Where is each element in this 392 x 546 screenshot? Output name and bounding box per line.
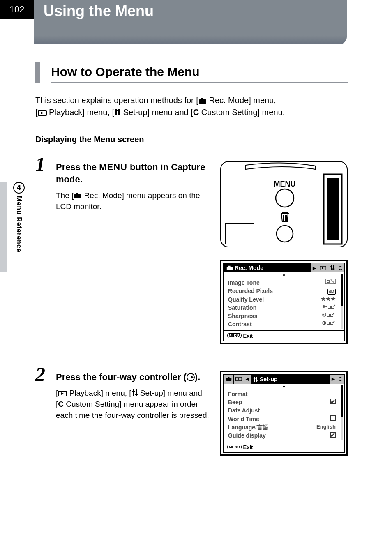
menu-row-date-adjust: Date Adjust (228, 406, 340, 415)
exit-label: Exit (243, 444, 253, 450)
svg-rect-25 (332, 269, 334, 270)
menu-row-language: Language/言語English (228, 423, 340, 431)
section-heading: How to Operate the Menu (35, 62, 348, 83)
svg-rect-57 (254, 378, 256, 378)
lcd-nav-left-icon: ◀ (244, 375, 251, 384)
chapter-title: Using the Menu (34, 0, 347, 44)
svg-rect-22 (331, 265, 332, 270)
svg-point-16 (277, 226, 293, 242)
menu-row-world-time: World Time (228, 415, 340, 423)
svg-line-33 (333, 305, 335, 306)
side-tab: 4 Menu Reference (12, 182, 25, 253)
svg-rect-23 (333, 265, 334, 270)
intro-paragraph: This section explains operation methods … (35, 94, 348, 118)
svg-rect-11 (327, 178, 339, 240)
lcd-rec-mode-screen: Rec. Mode ▶ C ▼ Image Tone Re (220, 260, 348, 344)
menu-row-format: Format (228, 390, 340, 398)
lcd-nav-right-icon: ▶ (330, 375, 337, 384)
heading-accent-bar (35, 62, 40, 83)
svg-rect-52 (228, 377, 229, 378)
svg-line-42 (332, 321, 334, 323)
svg-rect-24 (330, 266, 332, 267)
menu-button-label: MENU (274, 180, 296, 188)
svg-rect-0 (199, 99, 206, 104)
lcd-tab-playback-icon (234, 375, 244, 384)
lcd-scrollbar-thumb (341, 385, 343, 417)
lcd-tab-bar: ◀ Set-up ▶ C (224, 375, 344, 384)
checkbox-unchecked-icon (330, 415, 336, 421)
lcd-tab-setup: Set-up (251, 375, 330, 384)
menu-row-contrast: Contrast (228, 320, 340, 328)
four-way-right-icon (187, 373, 195, 382)
svg-rect-50 (135, 394, 138, 395)
svg-marker-46 (61, 392, 64, 395)
lcd-tab-custom: C (337, 263, 344, 272)
svg-text:S: S (323, 313, 325, 317)
playback-icon (38, 110, 47, 116)
lcd-footer: MENU Exit (224, 442, 344, 452)
exit-label: Exit (243, 333, 253, 339)
subsection-label: Displaying the Menu screen (35, 135, 348, 144)
step-2: 2 Press the four-way controller (). [ Pl… (35, 365, 348, 456)
svg-rect-17 (225, 223, 254, 244)
menu-button-pill-icon: MENU (227, 445, 242, 449)
menu-row-quality-level: Quality Level★★★ (228, 295, 340, 304)
svg-rect-58 (256, 380, 258, 380)
svg-rect-49 (132, 391, 135, 392)
svg-rect-5 (118, 109, 120, 115)
svg-marker-3 (41, 112, 44, 114)
step-2-title: Press the four-way controller (). (56, 371, 212, 383)
menu-button-pill-icon: MENU (227, 333, 242, 338)
step-2-description: [ Playback] menu, [ Set-up] menu and [C … (56, 388, 212, 421)
svg-rect-41 (329, 322, 331, 325)
step-1-title: Press the MENU button in Capture mode. (56, 161, 212, 185)
svg-rect-9 (76, 193, 78, 195)
svg-rect-19 (228, 266, 231, 267)
svg-rect-18 (227, 267, 233, 270)
menu-row-sharpness: SharpnessS (228, 312, 340, 320)
svg-marker-21 (322, 267, 323, 269)
checkbox-checked-icon (330, 399, 336, 404)
lcd-nav-right-icon: ▶ (311, 263, 318, 272)
lcd-setup-screen: ◀ Set-up ▶ C ▼ Format (220, 371, 348, 456)
chapter-number-badge: 4 (13, 182, 25, 194)
svg-rect-6 (115, 110, 118, 111)
svg-rect-37 (329, 314, 331, 317)
camera-illustration: MENU (220, 161, 348, 247)
svg-rect-48 (136, 389, 137, 396)
lcd-tab-custom: C (337, 375, 344, 384)
svg-rect-32 (330, 306, 332, 309)
menu-row-saturation: Saturation (228, 304, 340, 312)
page-number: 102 (0, 0, 34, 19)
step-number: 1 (35, 155, 56, 344)
custom-mode-letter: C (58, 400, 64, 408)
svg-rect-7 (118, 113, 120, 114)
svg-rect-55 (254, 377, 255, 382)
sharpness-slider-icon: S (322, 312, 336, 317)
lcd-scrollbar-thumb (341, 274, 343, 306)
step-number: 2 (35, 365, 56, 456)
pixels-value-badge: 6M (327, 289, 336, 295)
svg-point-30 (325, 306, 327, 307)
setup-icon (131, 389, 138, 396)
image-tone-icon (325, 279, 336, 284)
svg-rect-8 (74, 194, 81, 198)
svg-rect-1 (201, 98, 203, 100)
step-1: 1 Press the MENU button in Capture mode.… (35, 155, 348, 344)
scroll-down-indicator-icon: ▼ (228, 273, 340, 278)
svg-point-27 (327, 280, 330, 283)
setup-icon (253, 376, 258, 382)
contrast-slider-icon (322, 320, 336, 325)
setup-icon (114, 108, 121, 116)
menu-row-guide-display: Guide display (228, 431, 340, 440)
heading-text: How to Operate the Menu (51, 62, 348, 83)
quality-stars-icon: ★★★ (321, 295, 336, 304)
side-tab-label: Menu Reference (15, 196, 23, 253)
step-1-description: The [ Rec. Mode] menu appears on the LCD… (56, 190, 212, 212)
camera-icon (74, 193, 82, 199)
svg-rect-4 (115, 109, 117, 115)
lcd-footer: MENU Exit (224, 330, 344, 341)
svg-rect-56 (256, 377, 257, 382)
svg-marker-44 (191, 376, 194, 379)
svg-line-28 (331, 279, 335, 284)
